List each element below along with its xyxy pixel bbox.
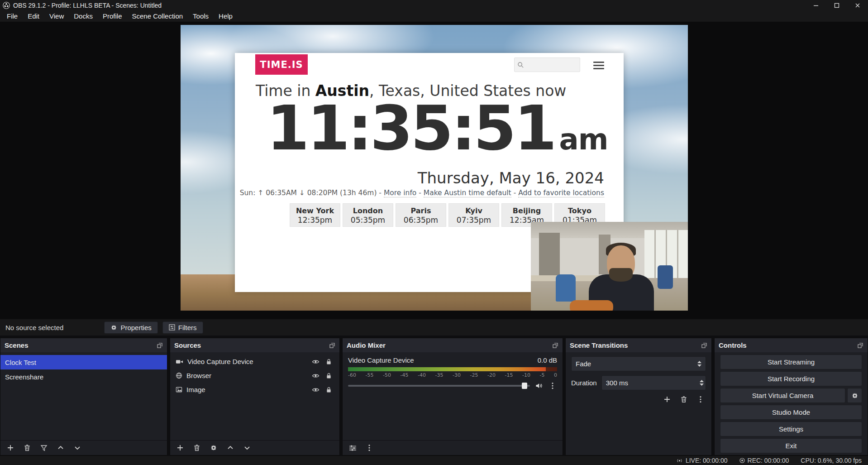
- sources-panel-header[interactable]: Sources: [170, 338, 339, 352]
- popout-icon[interactable]: [552, 342, 558, 349]
- menu-docks[interactable]: Docks: [69, 10, 98, 22]
- transitions-header[interactable]: Scene Transitions: [566, 338, 711, 352]
- menu-edit[interactable]: Edit: [23, 10, 44, 22]
- menu-file[interactable]: File: [2, 10, 23, 22]
- city-cell: London 05:35pm: [343, 203, 393, 227]
- eye-icon[interactable]: [311, 357, 320, 366]
- move-scene-up-button[interactable]: [56, 443, 65, 452]
- add-favorite-link: Add to favorite locations: [518, 189, 604, 197]
- menu-scene-collection[interactable]: Scene Collection: [127, 10, 188, 22]
- eye-icon[interactable]: [311, 385, 320, 394]
- minimize-button[interactable]: [806, 0, 826, 10]
- sources-title: Sources: [174, 341, 201, 349]
- rec-timer: REC: 00:00:00: [748, 457, 789, 464]
- menu-bar: File Edit View Docks Profile Scene Colle…: [0, 10, 868, 22]
- advanced-audio-button[interactable]: [348, 443, 357, 452]
- webcam-chair: [658, 265, 673, 289]
- remove-source-button[interactable]: [192, 443, 201, 452]
- mixer-menu-button[interactable]: [365, 443, 374, 452]
- remove-transition-button[interactable]: [679, 395, 688, 404]
- properties-button[interactable]: Properties: [104, 321, 157, 334]
- scenes-panel-header[interactable]: Scenes: [0, 338, 167, 352]
- audio-mixer-panel: Audio Mixer Video Capture Device 0.0 dB …: [342, 338, 563, 455]
- separator: -: [419, 189, 421, 197]
- mixer-db-value: 0.0 dB: [538, 356, 557, 364]
- lock-icon[interactable]: [324, 371, 333, 380]
- popout-icon[interactable]: [857, 342, 863, 349]
- volume-meter-unlit: [546, 367, 557, 371]
- sources-toolbar: [170, 440, 339, 455]
- transition-menu-button[interactable]: [696, 395, 705, 404]
- scene-filters-button[interactable]: [39, 443, 48, 452]
- scenes-panel: Scenes Clock Test Screenshare: [0, 338, 167, 455]
- tick-label: -45: [401, 372, 409, 378]
- source-properties-button[interactable]: [209, 443, 218, 452]
- menu-help[interactable]: Help: [214, 10, 238, 22]
- city-name: Kyiv: [449, 206, 499, 215]
- source-item-image[interactable]: Image: [170, 383, 339, 397]
- move-source-up-button[interactable]: [226, 443, 235, 452]
- controls-body: Start Streaming Start Recording Start Vi…: [715, 352, 868, 455]
- studio-mode-button[interactable]: Studio Mode: [720, 405, 862, 420]
- cpu-fps-text: CPU: 0.6%, 30.00 fps: [801, 457, 862, 464]
- scene-item-screenshare[interactable]: Screenshare: [0, 369, 167, 384]
- exit-button[interactable]: Exit: [720, 438, 862, 453]
- lock-icon[interactable]: [324, 357, 333, 366]
- remove-scene-button[interactable]: [23, 443, 32, 452]
- menu-tools[interactable]: Tools: [188, 10, 214, 22]
- source-item-video-capture-device[interactable]: Video Capture Device: [170, 355, 339, 369]
- timeis-clock: 11:35:51 am: [267, 96, 608, 161]
- maximize-button[interactable]: [826, 0, 847, 10]
- popout-icon[interactable]: [157, 342, 163, 349]
- controls-header[interactable]: Controls: [715, 338, 868, 352]
- close-button[interactable]: [847, 0, 868, 10]
- filters-label: Filters: [178, 324, 197, 331]
- move-source-down-button[interactable]: [243, 443, 252, 452]
- city-name: Tokyo: [555, 206, 605, 215]
- search-icon: [517, 62, 524, 68]
- volume-slider-handle[interactable]: [522, 383, 527, 389]
- clock-time: 11:35:51: [267, 96, 555, 161]
- preview-canvas[interactable]: TIME.IS Time in Austin, Texas, United St…: [181, 25, 688, 311]
- scenes-list: Clock Test Screenshare: [0, 352, 167, 440]
- lock-icon[interactable]: [324, 385, 333, 394]
- transition-select[interactable]: Fade: [571, 356, 706, 371]
- add-scene-button[interactable]: [6, 443, 15, 452]
- start-virtual-camera-button[interactable]: Start Virtual Camera: [720, 388, 845, 403]
- start-streaming-button[interactable]: Start Streaming: [720, 355, 862, 369]
- virtual-camera-settings-button[interactable]: [847, 388, 862, 403]
- filters-button[interactable]: Filters: [162, 321, 203, 334]
- broadcast-icon: [676, 458, 683, 463]
- controls-panel: Controls Start Streaming Start Recording…: [714, 338, 868, 455]
- duration-spinbox[interactable]: 300 ms: [601, 375, 706, 390]
- gear-icon: [110, 324, 117, 331]
- move-scene-down-button[interactable]: [73, 443, 82, 452]
- start-recording-button[interactable]: Start Recording: [720, 371, 862, 386]
- tick-label: -50: [383, 372, 391, 378]
- popout-icon[interactable]: [329, 342, 335, 349]
- scene-item-clock-test[interactable]: Clock Test: [0, 355, 167, 369]
- spinbox-arrows[interactable]: [700, 380, 704, 386]
- mute-speaker-icon[interactable]: [534, 381, 544, 390]
- menu-view[interactable]: View: [44, 10, 69, 22]
- volume-slider[interactable]: [348, 385, 530, 387]
- add-source-button[interactable]: [176, 443, 185, 452]
- settings-button[interactable]: Settings: [720, 422, 862, 436]
- menu-profile[interactable]: Profile: [98, 10, 127, 22]
- combo-arrows-icon: [697, 361, 701, 367]
- tick-label: -10: [522, 372, 530, 378]
- mixer-toolbar: [343, 440, 563, 455]
- source-toolbar: No source selected Properties Filters: [0, 319, 868, 336]
- source-item-browser[interactable]: Browser: [170, 369, 339, 383]
- meter-scale: -60 -55 -50 -45 -40 -35 -30 -25 -20 -15 …: [348, 372, 557, 378]
- audio-mixer-header[interactable]: Audio Mixer: [343, 338, 563, 352]
- add-transition-button[interactable]: [663, 395, 672, 404]
- live-timer: LIVE: 00:00:00: [686, 457, 728, 464]
- mixer-item-menu-button[interactable]: [548, 381, 557, 390]
- popout-icon[interactable]: [701, 342, 707, 349]
- mixer-channel-name: Video Capture Device: [348, 356, 414, 364]
- globe-icon: [176, 372, 182, 379]
- preview-area: TIME.IS Time in Austin, Texas, United St…: [0, 22, 868, 319]
- gear-icon: [851, 392, 858, 399]
- eye-icon[interactable]: [311, 371, 320, 380]
